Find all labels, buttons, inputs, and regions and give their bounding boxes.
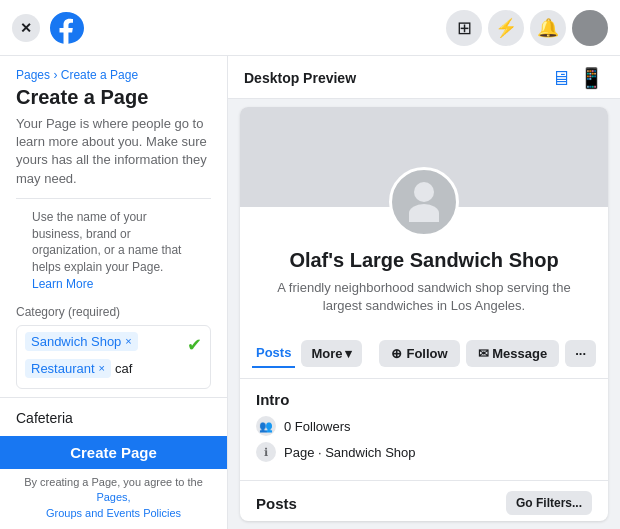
pages-link[interactable]: Pages,	[96, 491, 130, 503]
follow-label: Follow	[406, 346, 447, 361]
category-section: Category (required) Sandwich Shop × Rest…	[0, 297, 227, 397]
page-preview: Olaf's Large Sandwich Shop A friendly ne…	[228, 99, 620, 529]
form-hint: Use the name of your business, brand or …	[16, 209, 211, 293]
check-icon: ✔	[187, 334, 202, 356]
preview-header: Desktop Preview 🖥 📱	[228, 56, 620, 99]
intro-followers-row: 👥 0 Followers	[256, 416, 592, 436]
follow-button[interactable]: ⊕ Follow	[379, 340, 459, 367]
category-text-input[interactable]	[115, 359, 202, 378]
grid-icon-button[interactable]: ⊞	[446, 10, 482, 46]
desktop-preview-icon[interactable]: 🖥	[551, 67, 571, 90]
breadcrumb-current: Create a Page	[61, 68, 138, 82]
preview-actions: Posts More ▾ ⊕ Follow ✉ Message	[240, 339, 608, 379]
page-type-icon: ℹ	[256, 442, 276, 462]
followers-count: 0 Followers	[284, 419, 350, 434]
preview-cover	[240, 107, 608, 207]
avatar-body	[409, 204, 439, 222]
messenger-icon-button[interactable]: ⚡	[488, 10, 524, 46]
create-page-button[interactable]: Create Page	[70, 444, 157, 461]
avatar-person-icon	[404, 182, 444, 222]
create-page-description: Your Page is where people go to learn mo…	[16, 115, 211, 188]
bell-icon: 🔔	[537, 17, 559, 39]
top-nav: ✕ ⊞ ⚡ 🔔	[0, 0, 620, 56]
avatar[interactable]	[572, 10, 608, 46]
groups-events-link[interactable]: Groups and Events Policies	[46, 507, 181, 519]
message-icon: ✉	[478, 346, 493, 361]
tag-sandwich-shop-close[interactable]: ×	[125, 335, 131, 347]
breadcrumb-pages-link[interactable]: Pages	[16, 68, 50, 82]
intro-section: Intro 👥 0 Followers ℹ Page · Sandwich Sh…	[240, 379, 608, 481]
left-panel-top: Pages › Create a Page Create a Page Your…	[0, 56, 227, 297]
messenger-icon: ⚡	[495, 17, 517, 39]
divider	[16, 198, 211, 199]
main-layout: Pages › Create a Page Create a Page Your…	[0, 56, 620, 529]
follow-icon: ⊕	[391, 346, 402, 361]
facebook-logo-icon	[48, 10, 84, 46]
preview-page-tagline: A friendly neighborhood sandwich shop se…	[256, 279, 592, 315]
tag-restaurant-close[interactable]: ×	[99, 362, 105, 374]
category-label: Category (required)	[16, 305, 211, 319]
preview-avatar-wrap	[389, 167, 459, 237]
nav-left: ✕	[12, 10, 84, 46]
more-chevron-icon: ▾	[345, 346, 352, 361]
filter-button[interactable]: Go Filters...	[506, 491, 592, 515]
more-options-button[interactable]: ···	[565, 340, 596, 367]
close-button[interactable]: ✕	[12, 14, 40, 42]
tag-sandwich-shop-label: Sandwich Shop	[31, 334, 121, 349]
create-page-button-area: Create Page	[0, 436, 227, 469]
avatar-head	[414, 182, 434, 202]
category-dropdown-list: Cafeteria Cafe Internet Cafe Pet Cafe Ca…	[0, 397, 227, 436]
mobile-preview-icon[interactable]: 📱	[579, 66, 604, 90]
breadcrumb-separator: ›	[53, 68, 60, 82]
grid-icon: ⊞	[457, 17, 472, 39]
message-label: Message	[492, 346, 547, 361]
preview-page-name: Olaf's Large Sandwich Shop	[256, 247, 592, 273]
nav-right: ⊞ ⚡ 🔔	[446, 10, 608, 46]
posts-title: Posts	[256, 495, 297, 512]
followers-icon: 👥	[256, 416, 276, 436]
preview-title: Desktop Preview	[244, 70, 356, 86]
more-label: More	[311, 346, 342, 361]
left-panel: Pages › Create a Page Create a Page Your…	[0, 56, 228, 529]
posts-header: Posts Go Filters...	[256, 491, 592, 515]
right-panel: Desktop Preview 🖥 📱	[228, 56, 620, 529]
intro-title: Intro	[256, 391, 592, 408]
breadcrumb: Pages › Create a Page	[16, 68, 211, 82]
preview-avatar	[389, 167, 459, 237]
tag-restaurant-label: Restaurant	[31, 361, 95, 376]
page-type: Page · Sandwich Shop	[284, 445, 416, 460]
preview-icons: 🖥 📱	[551, 66, 604, 90]
footer-legal-text: By creating a Page, you agree to the	[24, 476, 203, 488]
more-button[interactable]: More ▾	[301, 340, 362, 367]
dropdown-item-cafeteria[interactable]: Cafeteria	[0, 398, 227, 436]
posts-section: Posts Go Filters...	[240, 481, 608, 521]
category-input-box[interactable]: Sandwich Shop × Restaurant × ✔	[16, 325, 211, 389]
footer-legal: By creating a Page, you agree to the Pag…	[0, 469, 227, 529]
intro-page-type-row: ℹ Page · Sandwich Shop	[256, 442, 592, 462]
dots-icon: ···	[575, 346, 586, 361]
tab-posts[interactable]: Posts	[252, 339, 295, 368]
notifications-icon-button[interactable]: 🔔	[530, 10, 566, 46]
message-button[interactable]: ✉ Message	[466, 340, 560, 367]
preview-card: Olaf's Large Sandwich Shop A friendly ne…	[240, 107, 608, 521]
learn-more-link[interactable]: Learn More	[32, 277, 93, 291]
tag-restaurant[interactable]: Restaurant ×	[25, 359, 111, 378]
tag-sandwich-shop[interactable]: Sandwich Shop ×	[25, 332, 138, 351]
create-page-title: Create a Page	[16, 86, 211, 109]
